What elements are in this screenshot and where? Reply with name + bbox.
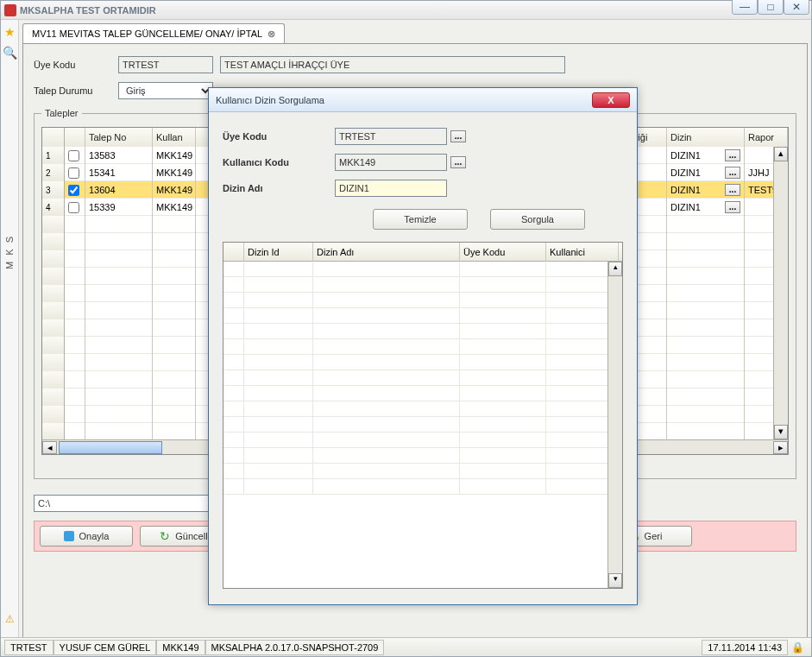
modal-grid-vscroll[interactable]: ▴▾ xyxy=(607,262,622,588)
minimize-button[interactable]: — xyxy=(732,0,758,15)
m-uye-kodu-input xyxy=(335,128,447,145)
modal-close-button[interactable]: X xyxy=(592,92,630,108)
tab-mv11[interactable]: MV11 MEVITAS TALEP GÜNCELLEME/ ONAY/ İPT… xyxy=(22,23,285,43)
talep-durumu-label: Talep Durumu xyxy=(34,85,111,96)
update-icon: ↻ xyxy=(160,531,170,541)
table-row[interactable] xyxy=(223,386,622,401)
mks-label: M K S xyxy=(4,235,15,269)
favorite-icon[interactable]: ★ xyxy=(4,25,16,39)
mcol-dizinid[interactable]: Dizin Id xyxy=(244,243,313,262)
tab-close-icon[interactable]: ⊗ xyxy=(268,28,275,40)
status-datetime: 17.11.2014 11:43 xyxy=(702,640,788,655)
uye-kodu-label: Üye Kodu xyxy=(34,60,111,70)
main-window: MKSALPHA TEST ORTAMIDIR — □ ✕ ★ 🔍 M K S … xyxy=(0,0,812,657)
approve-icon xyxy=(64,531,74,541)
app-icon xyxy=(4,4,16,16)
col-kullan[interactable]: Kullan xyxy=(153,128,196,147)
status-kod: MKK149 xyxy=(156,640,205,655)
dizin-lookup[interactable]: ... xyxy=(725,149,740,161)
dizin-lookup[interactable]: ... xyxy=(725,167,740,179)
row-checkbox[interactable] xyxy=(68,167,79,179)
uye-kodu-input xyxy=(118,56,213,73)
tab-label: MV11 MEVITAS TALEP GÜNCELLEME/ ONAY/ İPT… xyxy=(32,28,262,39)
tab-strip: MV11 MEVITAS TALEP GÜNCELLEME/ ONAY/ İPT… xyxy=(22,23,808,44)
row-checkbox[interactable] xyxy=(68,185,79,196)
titlebar: MKSALPHA TEST ORTAMIDIR — □ ✕ xyxy=(1,1,811,20)
m-dizin-adi-label: Dizin Adı xyxy=(223,183,335,193)
status-user: YUSUF CEM GÜREL xyxy=(54,640,157,655)
window-title: MKSALPHA TEST ORTAMIDIR xyxy=(20,5,808,16)
talep-durumu-select[interactable]: Giriş xyxy=(118,82,213,99)
left-sidebar: ★ 🔍 M K S ⚠ xyxy=(1,20,19,656)
table-row[interactable] xyxy=(223,293,622,308)
table-row[interactable] xyxy=(223,401,622,417)
status-version: MKSALPHA 2.0.17.0-SNAPSHOT-2709 xyxy=(205,640,385,655)
dizin-lookup[interactable]: ... xyxy=(725,201,740,213)
uye-adi-input xyxy=(220,56,565,73)
dizin-lookup[interactable]: ... xyxy=(725,184,740,196)
table-row[interactable] xyxy=(223,448,622,464)
col-talepno[interactable]: Talep No xyxy=(85,128,153,147)
table-row[interactable] xyxy=(223,262,622,277)
table-row[interactable] xyxy=(223,339,622,355)
onayla-button[interactable]: Onayla xyxy=(40,526,133,546)
m-temizle-button[interactable]: Temizle xyxy=(373,209,468,230)
m-sorgula-button[interactable]: Sorgula xyxy=(490,209,585,230)
table-row[interactable] xyxy=(223,355,622,370)
table-row[interactable] xyxy=(223,479,622,495)
row-checkbox[interactable] xyxy=(68,202,79,213)
m-kullanici-kodu-label: Kullanıcı Kodu xyxy=(223,157,335,167)
close-button[interactable]: ✕ xyxy=(784,0,809,15)
warning-icon[interactable]: ⚠ xyxy=(5,613,15,625)
mcol-dizinadi[interactable]: Dizin Adı xyxy=(313,243,460,262)
dizin-sorgulama-dialog: Kullanıcı Dizin Sorgulama X Üye Kodu ...… xyxy=(208,87,638,605)
lock-icon: 🔒 xyxy=(788,640,808,655)
m-uye-kodu-label: Üye Kodu xyxy=(223,131,335,142)
col-rapor[interactable]: Rapor xyxy=(745,128,788,147)
maximize-button[interactable]: □ xyxy=(758,0,784,15)
table-row[interactable] xyxy=(223,464,622,479)
modal-titlebar: Kullanıcı Dizin Sorgulama X xyxy=(209,88,637,112)
m-kullanici-kodu-lookup[interactable]: ... xyxy=(450,156,466,168)
status-uye: TRTEST xyxy=(4,640,54,655)
table-row[interactable] xyxy=(223,277,622,293)
m-dizin-adi-input[interactable] xyxy=(335,180,447,197)
modal-title: Kullanıcı Dizin Sorgulama xyxy=(216,95,324,105)
mcol-kullanici[interactable]: Kullanici xyxy=(546,243,619,262)
m-kullanici-kodu-input xyxy=(335,154,447,171)
table-row[interactable] xyxy=(223,433,622,448)
table-row[interactable] xyxy=(223,370,622,386)
modal-grid: Dizin Id Dizin Adı Üye Kodu Kullanici ▴▾ xyxy=(223,242,623,589)
col-dizin[interactable]: Dizin xyxy=(667,128,745,147)
m-uye-kodu-lookup[interactable]: ... xyxy=(450,130,466,142)
talepler-legend: Talepler xyxy=(41,108,82,118)
search-icon[interactable]: 🔍 xyxy=(3,46,17,60)
row-checkbox[interactable] xyxy=(68,150,79,161)
grid-vscroll[interactable]: ▴▾ xyxy=(773,147,788,439)
mcol-uyekodu[interactable]: Üye Kodu xyxy=(460,243,546,262)
table-row[interactable] xyxy=(223,324,622,339)
status-bar: TRTEST YUSUF CEM GÜREL MKK149 MKSALPHA 2… xyxy=(1,637,811,656)
table-row[interactable] xyxy=(223,308,622,324)
table-row[interactable] xyxy=(223,417,622,433)
